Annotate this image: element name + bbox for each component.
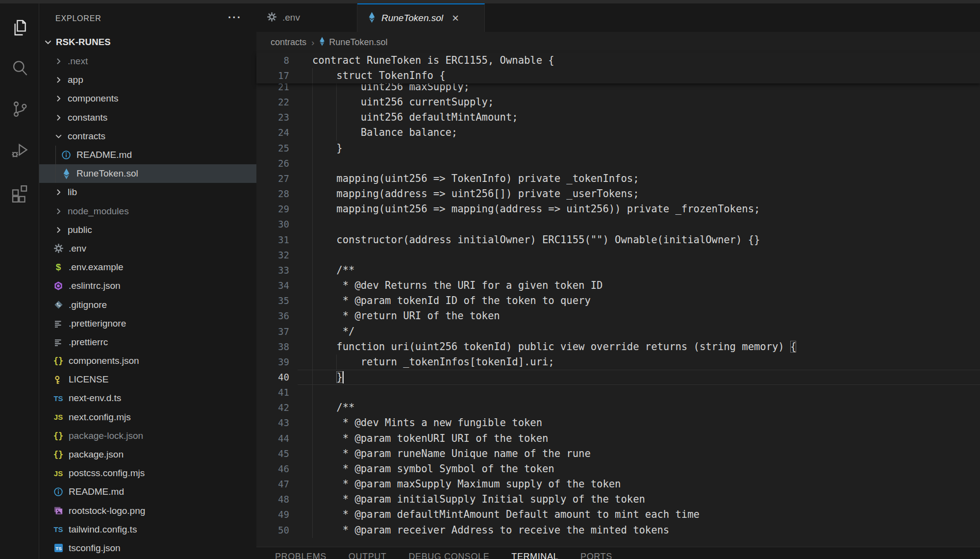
code-line-34[interactable]: 34 * @dev Returns the URI for a given to… [256, 278, 980, 293]
code-line-26[interactable]: 26 [256, 156, 980, 171]
tab-env[interactable]: .env [256, 3, 357, 32]
code-line-46[interactable]: 46 * @param symbol Symbol of the token [256, 461, 980, 477]
code-line-35[interactable]: 35 * @param tokenId ID of the token to q… [256, 293, 980, 308]
code-line-40[interactable]: 40 } [256, 370, 980, 385]
tree-item-next-config-mjs[interactable]: JSnext.config.mjs [39, 408, 256, 427]
tree-item-app[interactable]: app [39, 71, 256, 89]
tree-item-public[interactable]: public [39, 221, 256, 239]
gear-icon [267, 12, 276, 24]
code-text: /** [312, 400, 354, 415]
tree-item-package-lock-json[interactable]: {}package-lock.json [39, 427, 256, 445]
code-text: } [312, 141, 343, 156]
code-line-44[interactable]: 44 * @param tokenURI URI of the token [256, 431, 980, 446]
code-line-38[interactable]: 38 function uri(uint256 tokenId) public … [256, 339, 980, 355]
code-line-49[interactable]: 49 * @param defaultMintAmount Default am… [256, 507, 980, 522]
tree-item-tailwind-config-ts[interactable]: TStailwind.config.ts [39, 520, 256, 539]
tree-item-label: components.json [69, 356, 139, 366]
tree-item--eslintrc-json[interactable]: .eslintrc.json [39, 277, 256, 295]
code-line-25[interactable]: 25 } [256, 141, 980, 156]
panel-tab-output[interactable]: OUTPUT [349, 552, 387, 559]
tree-item--env[interactable]: .env [39, 239, 256, 258]
tree-item-label: .env [69, 243, 86, 254]
code-line-17[interactable]: 17 struct TokenInfo { [256, 68, 980, 83]
tree-item-contracts[interactable]: contracts [39, 127, 256, 146]
code-line-42[interactable]: 42 /** [256, 400, 980, 415]
source-control-icon[interactable] [9, 98, 30, 120]
tree-item-rootstock-logo-png[interactable]: rootstock-logo.png [39, 502, 256, 520]
tree-item-postcss-config-mjs[interactable]: JSpostcss.config.mjs [39, 464, 256, 483]
run-debug-icon[interactable] [9, 139, 30, 160]
line-number: 48 [256, 492, 289, 507]
code-line-36[interactable]: 36 * @return URI of the token [256, 308, 980, 324]
code-line-33[interactable]: 33 /** [256, 263, 980, 278]
tree-item-node-modules[interactable]: node_modules [39, 202, 256, 221]
chevron-down-icon [54, 131, 63, 141]
panel-tab-debug-console[interactable]: DEBUG CONSOLE [408, 552, 489, 559]
tree-item-label: .next [68, 56, 88, 67]
tree-item-label: contracts [68, 131, 105, 142]
tree-item-components[interactable]: components [39, 89, 256, 108]
tree-item-constants[interactable]: constants [39, 108, 256, 127]
breadcrumb-file[interactable]: RuneToken.sol [329, 37, 387, 48]
code-line-37[interactable]: 37 */ [256, 324, 980, 339]
braces-icon: {} [52, 449, 65, 460]
tab-label: .env [282, 12, 300, 23]
extensions-icon[interactable] [9, 181, 30, 203]
code-line-41[interactable]: 41 [256, 385, 980, 400]
tree-item-package-json[interactable]: {}package.json [39, 445, 256, 464]
tree-item-runetoken-sol[interactable]: RuneToken.sol [39, 164, 256, 183]
tab-runetoken-sol[interactable]: RuneToken.sol × [357, 3, 485, 32]
tree-item--prettierignore[interactable]: .prettierignore [39, 314, 256, 333]
editor-area: .env RuneToken.sol × contracts › RuneTok… [256, 3, 980, 559]
panel-tab-problems[interactable]: PROBLEMS [275, 552, 327, 559]
code-text: * @param defaultMintAmount Default amoun… [312, 507, 700, 522]
tree-item-readme-md[interactable]: README.md [39, 146, 256, 164]
tree-item-next-env-d-ts[interactable]: TSnext-env.d.ts [39, 389, 256, 407]
code-line-45[interactable]: 45 * @param runeName Unique name of the … [256, 446, 980, 461]
panel-tab-terminal[interactable]: TERMINAL [511, 552, 558, 559]
code-text: struct TokenInfo { [312, 68, 446, 83]
code-line-30[interactable]: 30 [256, 217, 980, 232]
tree-item--gitignore[interactable]: .gitignore [39, 295, 256, 314]
code-line-8[interactable]: 8contract RuneToken is ERC1155, Ownable … [256, 53, 980, 68]
code-line-43[interactable]: 43 * @dev Mints a new fungible token [256, 415, 980, 431]
close-icon[interactable]: × [452, 12, 459, 24]
ts-icon: TS [52, 524, 65, 535]
prettier-icon [52, 318, 65, 329]
code-line-28[interactable]: 28 mapping(address => uint256[]) private… [256, 186, 980, 202]
line-number: 25 [256, 141, 289, 156]
chevron-right-icon [54, 94, 63, 103]
code-line-23[interactable]: 23 uint256 defaultMintAmount; [256, 110, 980, 125]
indent-guide [312, 156, 313, 171]
tree-item-tsconfig-json[interactable]: TStsconfig.json [39, 539, 256, 558]
braces-icon: {} [52, 356, 65, 366]
tree-item-label: README.md [76, 150, 132, 160]
code-line-50[interactable]: 50 * @param receiver Address to receive … [256, 523, 980, 538]
more-actions-icon[interactable]: ··· [228, 11, 242, 24]
line-number: 46 [256, 461, 289, 477]
tree-item-lib[interactable]: lib [39, 183, 256, 202]
tree-item-label: components [68, 93, 119, 104]
tree-root-rsk-runes[interactable]: RSK-RUNES [39, 33, 256, 51]
tree-item--prettierrc[interactable]: .prettierrc [39, 333, 256, 352]
code-line-39[interactable]: 39 return _tokenInfos[tokenId].uri; [256, 355, 980, 370]
tree-item--next[interactable]: .next [39, 52, 256, 71]
panel-tab-ports[interactable]: PORTS [580, 552, 612, 559]
tree-item--env-example[interactable]: $.env.example [39, 258, 256, 277]
code-line-47[interactable]: 47 * @param maxSupply Maximum supply of … [256, 477, 980, 492]
search-icon[interactable] [9, 57, 30, 79]
line-number: 29 [256, 202, 289, 217]
line-number: 42 [256, 400, 289, 415]
code-line-24[interactable]: 24 Balance balance; [256, 125, 980, 140]
tree-item-readme-md[interactable]: README.md [39, 483, 256, 501]
code-line-48[interactable]: 48 * @param initialSupply Initial supply… [256, 492, 980, 507]
explorer-icon[interactable] [9, 17, 30, 39]
code-line-32[interactable]: 32 [256, 248, 980, 263]
code-line-22[interactable]: 22 uint256 currentSupply; [256, 95, 980, 110]
breadcrumb-folder[interactable]: contracts [271, 37, 306, 48]
code-line-27[interactable]: 27 mapping(uint256 => TokenInfo) private… [256, 171, 980, 186]
tree-item-license[interactable]: LICENSE [39, 370, 256, 389]
code-line-29[interactable]: 29 mapping(uint256 => mapping(address =>… [256, 202, 980, 217]
tree-item-components-json[interactable]: {}components.json [39, 352, 256, 370]
code-line-31[interactable]: 31 constructor(address initialOwner) ERC… [256, 232, 980, 248]
